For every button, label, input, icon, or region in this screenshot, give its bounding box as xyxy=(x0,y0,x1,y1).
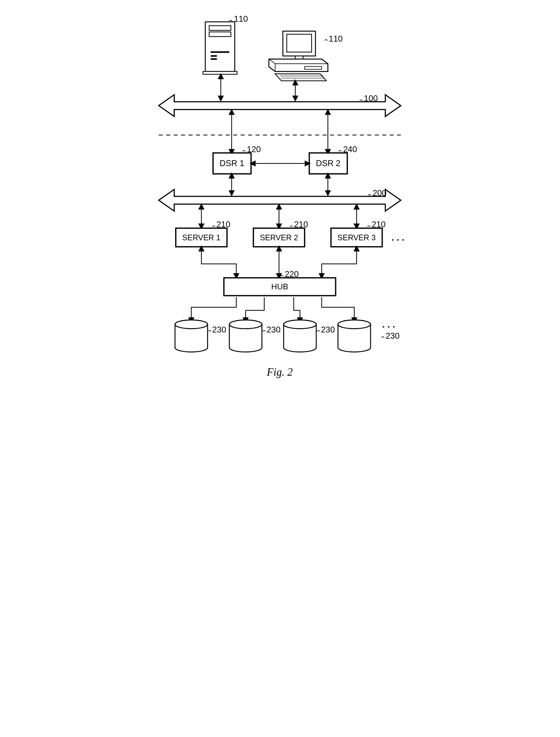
disk4-ref-label: 230 xyxy=(386,331,400,341)
hub-label: HUB xyxy=(271,282,288,291)
hub-disk4-connector xyxy=(322,297,354,321)
svg-rect-8 xyxy=(287,34,312,52)
server1-hub-connector xyxy=(201,248,236,276)
disk4-icon xyxy=(338,320,371,352)
tower-ref-label: 110 xyxy=(234,14,248,24)
hub-ref-label: 220 xyxy=(285,270,299,279)
bus-2 xyxy=(159,189,401,211)
hub-disk2-connector xyxy=(246,297,264,321)
svg-rect-13 xyxy=(305,66,322,69)
server3-hub-connector xyxy=(322,248,357,276)
dsr2-label: DSR 2 xyxy=(316,159,340,168)
server2-ref-label: 210 xyxy=(294,220,308,229)
server3-box: SERVER 3 xyxy=(331,228,382,247)
server1-box: SERVER 1 xyxy=(176,228,227,247)
server3-ref-label: 210 xyxy=(372,220,386,229)
svg-point-24 xyxy=(175,320,207,329)
dsr1-label: DSR 1 xyxy=(220,159,244,168)
hub-disk3-connector xyxy=(294,297,300,321)
dsr1-ref-label: 120 xyxy=(247,145,261,154)
hub-disk1-connector xyxy=(191,297,236,321)
svg-point-28 xyxy=(284,320,316,329)
svg-point-26 xyxy=(229,320,262,329)
dsr1-box: DSR 1 xyxy=(213,153,251,174)
bus2-ref-label: 200 xyxy=(373,189,387,198)
disks-ellipsis: . . . xyxy=(382,319,395,330)
server2-label: SERVER 2 xyxy=(260,233,298,242)
svg-rect-2 xyxy=(209,32,231,37)
bus1-ref-label: 100 xyxy=(364,94,378,103)
servers-ellipsis: . . . xyxy=(392,232,405,243)
disk2-ref-label: 230 xyxy=(266,325,280,335)
server1-ref-label: 210 xyxy=(216,220,230,229)
figure-label: Fig. 2 xyxy=(266,366,293,378)
svg-rect-1 xyxy=(209,26,231,30)
server2-box: SERVER 2 xyxy=(253,228,305,247)
disk3-icon xyxy=(284,320,316,352)
dsr2-box: DSR 2 xyxy=(309,153,347,174)
svg-rect-6 xyxy=(203,71,237,74)
svg-rect-4 xyxy=(211,55,217,57)
svg-rect-5 xyxy=(211,58,217,60)
hub-box: HUB xyxy=(224,278,336,296)
dsr2-ref-label: 240 xyxy=(343,145,357,154)
svg-point-30 xyxy=(338,320,371,329)
server1-label: SERVER 1 xyxy=(182,233,221,242)
server3-label: SERVER 3 xyxy=(338,233,376,242)
disk1-ref-label: 230 xyxy=(212,325,226,335)
desktop-ref-label: 110 xyxy=(329,34,343,43)
tower-computer-icon xyxy=(203,22,237,74)
disk2-icon xyxy=(229,320,262,352)
network-diagram: 110 110 100 DSR 1 120 xyxy=(140,12,420,381)
desktop-computer-icon xyxy=(269,31,328,81)
disk3-ref-label: 230 xyxy=(321,325,335,335)
disk1-icon xyxy=(175,320,207,352)
svg-rect-3 xyxy=(211,51,229,53)
